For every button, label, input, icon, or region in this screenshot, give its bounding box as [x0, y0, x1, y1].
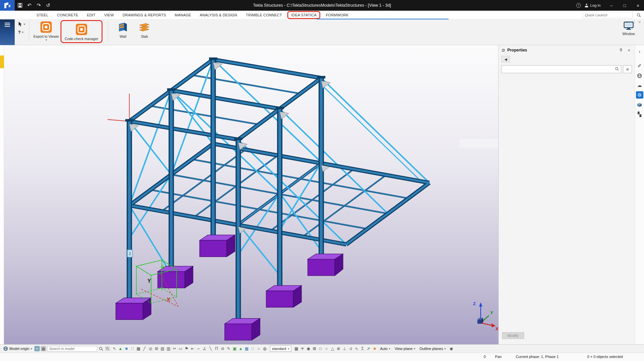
grid-visibility-icon[interactable]: ▦ — [294, 346, 299, 352]
select-assemblies-icon[interactable]: ▦ — [136, 346, 141, 352]
model-search-input[interactable] — [47, 346, 97, 352]
properties-settings-icon[interactable]: ⚙ — [636, 91, 643, 99]
auto-dropdown[interactable]: Auto ▾ — [378, 347, 392, 351]
tekla-logo[interactable] — [0, 0, 15, 11]
visibility-eye-icon[interactable]: ◉ — [306, 346, 311, 352]
wave-icon[interactable]: ∿ — [354, 346, 359, 352]
mdi-restore-icon[interactable]: □ — [632, 20, 635, 24]
history-icon[interactable]: ↺ — [44, 1, 52, 9]
redo-icon[interactable]: ↷ — [35, 1, 43, 9]
help-tool-button[interactable]: ? ▾ — [18, 30, 25, 35]
export-to-viewer-button[interactable]: Export to Viewer ▾ — [33, 19, 59, 41]
sum-icon[interactable]: Σ — [360, 346, 365, 352]
properties-close-icon[interactable]: × — [626, 47, 632, 53]
tab-idea-statica[interactable]: IDEA STATICA — [287, 11, 320, 19]
properties-back-button[interactable]: ◀ — [501, 56, 510, 63]
select-filter-green-icon[interactable]: ▲ — [118, 346, 123, 352]
wall-button[interactable]: Wall — [112, 19, 134, 38]
arrow-ne-icon[interactable]: ⇗ — [366, 346, 371, 352]
quick-launch-input[interactable] — [583, 12, 633, 18]
snap-panel-icon[interactable]: ▥ — [166, 346, 171, 352]
circle-select-icon[interactable]: ○ — [324, 346, 329, 352]
export-dropdown-caret[interactable]: ▾ — [45, 38, 47, 41]
properties-search-input[interactable] — [504, 67, 615, 72]
mdi-minimize-icon[interactable]: – — [626, 20, 628, 24]
tab-analysis-design[interactable]: ANALYSIS & DESIGN — [195, 11, 241, 19]
close-button[interactable]: × — [632, 0, 644, 11]
tab-steel[interactable]: STEEL — [32, 11, 53, 19]
points-grid-icon[interactable]: ∷ — [250, 346, 256, 352]
planes-visibility-eye-icon[interactable]: ◉ — [448, 346, 454, 352]
undo-icon[interactable]: ↶ — [25, 1, 33, 9]
app-menu-button[interactable] — [0, 19, 15, 45]
cloud-icon[interactable]: ☁ — [636, 82, 643, 89]
select-points-icon[interactable]: ∷ — [130, 346, 135, 352]
tab-view[interactable]: VIEW — [100, 11, 118, 19]
model-origin-dropdown[interactable]: Model origin ▾ — [2, 346, 33, 351]
triangle-select-icon[interactable]: △ — [330, 346, 335, 352]
model-cube-icon[interactable] — [636, 101, 643, 108]
maximize-button[interactable]: □ — [619, 0, 631, 11]
snap-reference-icon[interactable]: ◎ — [148, 346, 153, 352]
select-switch-icon[interactable]: ↖ — [112, 346, 117, 352]
tab-concrete[interactable]: CONCRETE — [53, 11, 83, 19]
trimble-globe-icon[interactable] — [636, 72, 643, 79]
collapse-panel-icon[interactable]: › — [636, 48, 643, 55]
grid-blue-icon[interactable]: ▦ — [244, 346, 250, 352]
perpendicular-icon[interactable]: ⊥ — [342, 346, 347, 352]
login-button[interactable]: Log in — [585, 3, 601, 7]
drag-and-drop-icon[interactable]: ╱ — [142, 346, 147, 352]
code-check-manager-button[interactable]: Code-check manager — [65, 22, 98, 41]
tab-trimble-connect[interactable]: TRIMBLE CONNECT — [241, 11, 286, 19]
snap-extension-icon[interactable]: Π — [214, 346, 219, 352]
side-pane-marker[interactable] — [0, 55, 4, 68]
ucs-icon[interactable]: ◍ — [262, 346, 268, 352]
snap-line-icon[interactable]: ╲ — [208, 346, 213, 352]
select-tool-button[interactable]: ▾ — [18, 21, 25, 27]
grid-small-button[interactable]: ▦ — [41, 346, 46, 351]
model-viewport-3d[interactable]: Y X Z Z Y X — [4, 45, 498, 344]
snap-asterisk-icon[interactable]: ✳ — [300, 346, 305, 352]
crossing-select-icon[interactable]: ⊠ — [312, 346, 317, 352]
snap-corner-icon[interactable]: ⌐ — [196, 346, 201, 352]
orange-plane-icon[interactable]: ■ — [372, 346, 377, 352]
rect-select-icon[interactable]: □ — [318, 346, 323, 352]
add-point-button[interactable]: + — [34, 346, 40, 351]
minimize-button[interactable]: – — [605, 0, 617, 11]
z-depth-icon[interactable]: -z — [348, 346, 353, 352]
components-icon[interactable]: ▚ — [636, 111, 643, 118]
area-search-icon[interactable] — [105, 346, 111, 352]
snap-grid-icon[interactable]: ⊞ — [154, 346, 159, 352]
snap-frame-icon[interactable]: ▭ — [178, 346, 183, 352]
properties-search-icon[interactable] — [615, 66, 619, 72]
snap-table-icon[interactable]: ▤ — [160, 346, 165, 352]
view-plane-dropdown[interactable]: View plane ▾ — [393, 347, 417, 351]
tab-edit[interactable]: EDIT — [83, 11, 100, 19]
tab-drawings-reports[interactable]: DRAWINGS & REPORTS — [118, 11, 170, 19]
snap-off-icon[interactable]: ⊘ — [220, 346, 225, 352]
slab-button[interactable]: Slab — [134, 19, 155, 38]
modify-button[interactable]: Modify — [502, 332, 524, 339]
properties-list-menu-button[interactable]: ≡ — [623, 65, 632, 73]
model-search-icon[interactable] — [98, 346, 104, 352]
selection-filter-combo[interactable]: standard ▾ — [270, 346, 291, 352]
snap-cut-icon[interactable]: ✂ — [172, 346, 177, 352]
help-icon[interactable]: ? — [576, 3, 581, 8]
applications-tool-icon[interactable]: ✐ — [636, 62, 643, 70]
snap-freehand-icon[interactable]: ✎ — [226, 346, 231, 352]
remove-select-icon[interactable]: ⊗ — [336, 346, 341, 352]
save-icon[interactable] — [16, 1, 24, 9]
snap-angle-icon[interactable]: ∠ — [202, 346, 207, 352]
snap-endpoint-icon[interactable]: ⇤ — [190, 346, 195, 352]
tab-formwork[interactable]: FORMWORK — [321, 11, 353, 19]
pin-icon[interactable] — [618, 47, 624, 53]
snap-flag-icon[interactable]: ⚑ — [184, 346, 189, 352]
workplane-triangle-icon[interactable]: ▲ — [238, 346, 244, 352]
quick-launch-search-icon[interactable] — [637, 13, 641, 19]
workplane-green-icon[interactable]: ▣ — [232, 346, 237, 352]
select-objects-blue-icon[interactable]: ■ — [124, 346, 129, 352]
outline-planes-dropdown[interactable]: Outline planes ▾ — [418, 347, 447, 351]
circle-snap-icon[interactable]: ○ — [256, 346, 262, 352]
mdi-close-icon[interactable]: × — [639, 20, 641, 24]
tab-manage[interactable]: MANAGE — [170, 11, 195, 19]
